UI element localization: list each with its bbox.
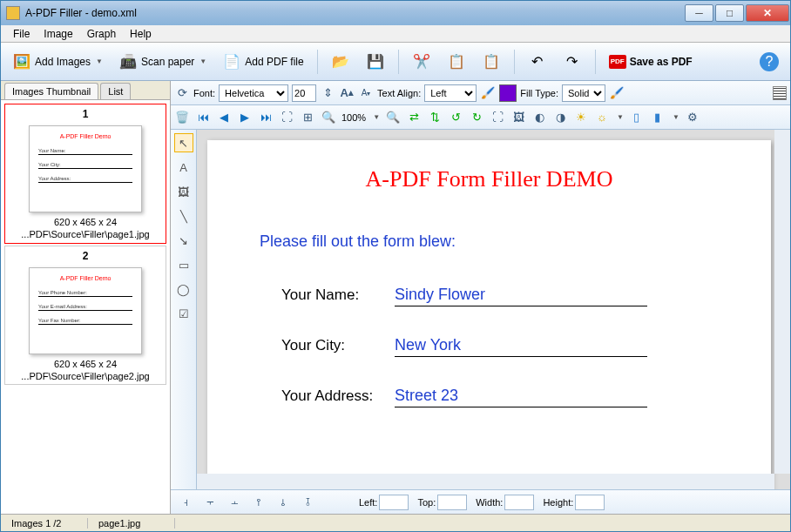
brightness-up-icon[interactable]: ☀ [573, 110, 589, 125]
align-select[interactable]: Left [424, 84, 477, 102]
align-label: Text Align: [377, 88, 421, 98]
effects-icon[interactable]: 🖼 [510, 110, 526, 125]
left-label: Left: [359, 497, 377, 508]
nav-first-icon[interactable]: ⏮ [195, 110, 211, 125]
fill-type-select[interactable]: Solid [562, 84, 605, 102]
rectangle-tool[interactable]: ▭ [174, 255, 193, 274]
ellipse-tool[interactable]: ◯ [174, 279, 193, 299]
dropdown-icon[interactable]: ▼ [673, 113, 679, 121]
nav-prev-icon[interactable]: ◀ [216, 110, 232, 125]
top-input[interactable] [437, 495, 467, 510]
scissors-icon: ✂️ [412, 52, 431, 71]
flip-horizontal-icon[interactable]: ⇄ [406, 110, 422, 125]
maximize-button[interactable]: □ [715, 4, 744, 22]
crop-icon[interactable]: ⛶ [490, 110, 505, 125]
tab-thumbnail[interactable]: Images Thumbnail [4, 83, 98, 99]
nav-next-icon[interactable]: ▶ [237, 110, 253, 125]
fill-format-icon[interactable]: 🖌️ [609, 85, 625, 101]
add-pdf-button[interactable]: 📄Add PDF file [216, 48, 309, 76]
menu-help[interactable]: Help [123, 26, 159, 42]
copy-button[interactable]: 📋 [441, 48, 472, 76]
font-select[interactable]: Helvetica [219, 84, 288, 102]
redo-button[interactable]: ↷ [557, 48, 588, 76]
canvas[interactable]: A-PDF Form Filler DEMO Please fill out t… [197, 130, 790, 489]
font-increase-icon[interactable]: A▴ [339, 85, 355, 101]
field-value-city[interactable]: New York [395, 336, 647, 357]
rotate-left-icon[interactable]: ↺ [448, 110, 463, 125]
checkbox-tool[interactable]: ☑ [174, 304, 193, 323]
fill-label: Fill Type: [520, 88, 558, 98]
settings-icon[interactable]: ⚙ [685, 110, 700, 125]
status-bar: Images 1 /2 page1.jpg [1, 514, 790, 531]
field-label-address: Your Address: [281, 387, 395, 405]
thumb-dimensions: 620 x 465 x 24 [7, 216, 164, 228]
save-button[interactable]: 💾 [360, 48, 391, 76]
tab-list[interactable]: List [100, 83, 131, 99]
left-input[interactable] [379, 495, 409, 510]
layer-front-icon[interactable]: ▮ [650, 110, 666, 125]
thumb-path: ...PDF\Source\Filler\page1.jpg [7, 228, 164, 240]
save-as-pdf-button[interactable]: PDFSave as PDF [603, 48, 699, 76]
color-picker[interactable] [499, 84, 517, 102]
window-title: A-PDF Filler - demo.xml [25, 7, 684, 19]
align-center-icon[interactable]: ⫟ [202, 495, 218, 510]
scan-paper-button[interactable]: 📠Scan paper▼ [112, 48, 213, 76]
close-button[interactable]: ✕ [746, 4, 789, 22]
open-button[interactable]: 📂 [325, 48, 356, 76]
font-decrease-icon[interactable]: A▾ [358, 85, 374, 101]
align-middle-icon[interactable]: ⫰ [275, 495, 291, 510]
vertical-scrollbar[interactable] [774, 130, 790, 474]
field-value-address[interactable]: Street 23 [395, 387, 647, 407]
rotate-right-icon[interactable]: ↻ [469, 110, 484, 125]
brightness-down-icon[interactable]: ☼ [594, 110, 610, 125]
add-images-button[interactable]: 🖼️Add Images▼ [6, 48, 109, 76]
refresh-icon[interactable]: ⟳ [174, 85, 190, 101]
tool-palette: ↖ A 🖼 ╲ ↘ ▭ ◯ ☑ [171, 130, 197, 489]
horizontal-scrollbar[interactable] [197, 474, 774, 489]
paste-button[interactable]: 📋 [476, 48, 507, 76]
nav-last-icon[interactable]: ⏭ [258, 110, 274, 125]
thumbnail-item[interactable]: 1 A-PDF Filler Demo Your Name: Your City… [4, 104, 166, 244]
minimize-button[interactable]: ─ [685, 4, 713, 22]
text-tool[interactable]: A [174, 158, 193, 177]
zoom-level: 100% [341, 112, 366, 123]
dropdown-icon[interactable]: ▼ [617, 113, 624, 121]
image-tool[interactable]: 🖼 [174, 182, 193, 201]
height-input[interactable] [575, 495, 605, 510]
field-value-name[interactable]: Sindy Flower [395, 286, 647, 306]
main-toolbar: 🖼️Add Images▼ 📠Scan paper▼ 📄Add PDF file… [1, 43, 790, 81]
cut-button[interactable]: ✂️ [406, 48, 437, 76]
fit-width-icon[interactable]: ⛶ [279, 110, 294, 125]
font-label: Font: [193, 88, 215, 98]
brush-icon[interactable]: 🖌️ [480, 85, 496, 101]
font-size-input[interactable] [292, 84, 316, 102]
align-left-icon[interactable]: ⫞ [178, 495, 193, 510]
align-top-icon[interactable]: ⫯ [251, 495, 267, 510]
fit-page-icon[interactable]: ⊞ [300, 110, 315, 125]
width-input[interactable] [504, 495, 534, 510]
line-tool[interactable]: ╲ [174, 206, 193, 226]
align-right-icon[interactable]: ⫠ [226, 495, 242, 510]
line-style-button[interactable] [773, 86, 787, 100]
undo-button[interactable]: ↶ [522, 48, 553, 76]
align-bottom-icon[interactable]: ⫱ [300, 495, 315, 510]
status-filename: page1.jpg [88, 518, 175, 529]
layer-back-icon[interactable]: ▯ [629, 110, 645, 125]
menu-graph[interactable]: Graph [80, 26, 123, 42]
separator [317, 50, 318, 74]
zoom-dropdown-icon[interactable]: ▼ [373, 113, 380, 121]
font-size-spinner[interactable]: ⇕ [320, 85, 335, 101]
flip-vertical-icon[interactable]: ⇅ [427, 110, 443, 125]
arrow-tool[interactable]: ↘ [174, 231, 193, 250]
menu-file[interactable]: File [6, 26, 37, 42]
menu-image[interactable]: Image [37, 26, 79, 42]
thumb-number: 1 [7, 106, 164, 122]
select-tool[interactable]: ↖ [174, 133, 193, 152]
delete-icon[interactable]: 🗑️ [174, 110, 190, 125]
zoom-in-icon[interactable]: 🔍 [321, 110, 336, 125]
zoom-out-icon[interactable]: 🔍 [385, 110, 401, 125]
thumbnail-item[interactable]: 2 A-PDF Filler Demo Your Phone Number: Y… [4, 246, 166, 386]
contrast-1-icon[interactable]: ◐ [531, 110, 547, 125]
help-button[interactable]: ? [754, 48, 785, 76]
contrast-2-icon[interactable]: ◑ [552, 110, 568, 125]
